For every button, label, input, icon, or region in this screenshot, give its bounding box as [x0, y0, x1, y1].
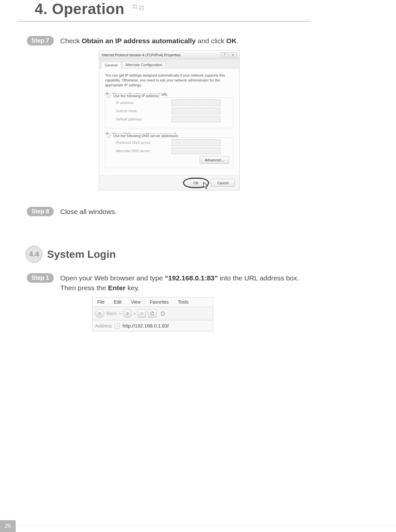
back-label: Back: [106, 311, 117, 316]
home-button-icon[interactable]: [158, 309, 167, 318]
svg-point-3: [135, 7, 137, 9]
step-8-text: Close all windows.: [60, 207, 117, 216]
tab-general[interactable]: General: [101, 62, 121, 68]
radio-use-following-ip[interactable]: [107, 94, 111, 98]
step-7-text: Check Obtain an IP address automatically…: [60, 36, 239, 45]
page-icon: ▭: [115, 323, 120, 328]
url-text[interactable]: http://192.168.0.1:83/: [122, 323, 169, 328]
ip-address-input[interactable]: ...: [171, 99, 221, 106]
text-fragment: key.: [126, 284, 140, 292]
dropdown-caret-icon[interactable]: ▾: [119, 312, 121, 315]
label-subnet-mask: Subnet mask:: [116, 109, 171, 113]
forward-button-icon[interactable]: [123, 309, 132, 318]
menu-edit[interactable]: Edit: [109, 297, 126, 307]
alternate-dns-input[interactable]: ...: [171, 148, 221, 154]
svg-point-6: [139, 8, 141, 10]
stop-button-icon[interactable]: ✕: [137, 309, 146, 318]
preferred-dns-input[interactable]: ...: [171, 139, 221, 146]
address-label: Address: [95, 323, 112, 328]
text-fragment: Open your Web browser and type: [60, 274, 165, 282]
svg-point-1: [135, 4, 137, 6]
label-preferred-dns: Preferred DNS server:: [116, 141, 171, 145]
menu-file[interactable]: File: [93, 297, 109, 307]
text-fragment: Check: [60, 37, 81, 44]
section-number-badge: 4.4: [26, 246, 43, 263]
label-default-gateway: Default gateway:: [116, 117, 171, 121]
step-1-text: Open your Web browser and type “192.168.…: [60, 273, 312, 293]
footer-divider: [16, 526, 396, 526]
svg-point-7: [142, 8, 144, 10]
radio-use-following-dns[interactable]: [107, 134, 111, 138]
text-bold: OK: [226, 37, 237, 44]
svg-point-4: [139, 6, 141, 8]
browser-window: File Edit View Favorites Tools Back ▾ ▾ …: [92, 297, 213, 331]
text-bold: Enter: [108, 284, 126, 292]
step-8-badge: Step 8: [27, 207, 54, 216]
browser-toolbar: Back ▾ ▾ ✕: [93, 307, 213, 320]
tab-alternate-config[interactable]: Alternate Configuration: [122, 61, 166, 68]
page-number: 26: [0, 520, 16, 532]
text-bold: “192.168.0.1:83”: [165, 274, 218, 282]
close-icon[interactable]: [229, 52, 237, 58]
svg-point-5: [142, 6, 144, 8]
step-1-badge: Step 1: [27, 273, 54, 283]
dropdown-caret-icon[interactable]: ▾: [134, 312, 135, 315]
dialog-title: Internet Protocol Version 4 (TCP/IPv4) P…: [102, 53, 180, 57]
step-7-badge: Step 7: [27, 36, 54, 45]
decorative-dots-icon: [132, 3, 146, 13]
cursor-icon: [203, 182, 210, 190]
chapter-title: 4. Operation: [35, 0, 124, 18]
cancel-button[interactable]: Cancel: [211, 179, 235, 187]
label-ip-address: IP address:: [116, 101, 171, 105]
svg-point-2: [133, 7, 135, 9]
help-icon[interactable]: [221, 52, 228, 58]
radio-label: Use the following IP address:: [113, 94, 160, 98]
refresh-button-icon[interactable]: [148, 309, 156, 318]
dialog-titlebar[interactable]: Internet Protocol Version 4 (TCP/IPv4) P…: [99, 51, 239, 59]
browser-menubar: File Edit View Favorites Tools: [93, 297, 213, 307]
radio-label: Use the following DNS server addresses:: [113, 134, 179, 138]
menu-favorites[interactable]: Favorites: [145, 297, 173, 307]
text-fragment: .: [237, 37, 239, 44]
browser-address-bar: Address ▭ http://192.168.0.1:83/: [93, 320, 213, 331]
section-title: System Login: [47, 248, 116, 260]
svg-point-0: [133, 4, 135, 6]
dialog-helptext: You can get IP settings assigned automat…: [105, 73, 233, 88]
menu-tools[interactable]: Tools: [173, 297, 193, 307]
label-alternate-dns: Alternate DNS server:: [116, 149, 171, 153]
title-divider: [18, 21, 310, 22]
menu-view[interactable]: View: [126, 297, 145, 307]
advanced-button[interactable]: Advanced...: [200, 156, 229, 164]
back-button-icon[interactable]: [95, 309, 104, 318]
subnet-mask-input[interactable]: ...: [171, 108, 221, 114]
default-gateway-input[interactable]: ...: [171, 116, 221, 122]
text-bold: Obtain an IP address automatically: [81, 37, 196, 44]
text-fragment: and click: [196, 37, 226, 44]
ipv4-properties-dialog: Internet Protocol Version 4 (TCP/IPv4) P…: [99, 50, 240, 190]
